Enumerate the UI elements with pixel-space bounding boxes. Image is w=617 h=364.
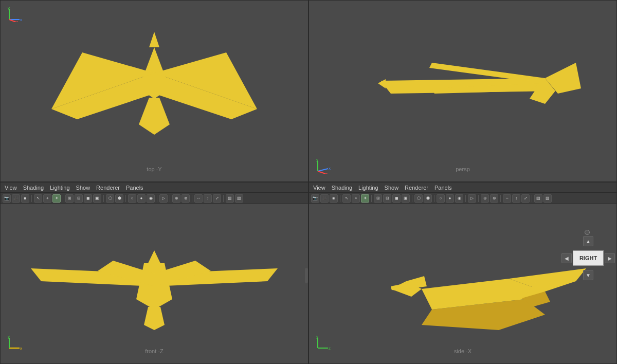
tb2-poly2[interactable]: ⬢ [424, 194, 432, 203]
menu-shading-br[interactable]: Shading [332, 185, 352, 191]
viewport-canvas-side[interactable]: z y side -X ▲ [309, 204, 616, 363]
viewport-top-left[interactable]: x y z top -Y [0, 0, 308, 182]
tb-xform3[interactable]: ⤢ [213, 194, 221, 203]
tb2-snap2[interactable]: ⊗ [490, 194, 498, 203]
scrollbar-handle[interactable] [305, 268, 308, 283]
nav-right-arrow[interactable]: ▶ [605, 253, 615, 263]
tb2-xform3[interactable]: ⤢ [521, 194, 530, 203]
tb2-iso2[interactable]: ▨ [543, 194, 552, 203]
svg-marker-43 [406, 276, 427, 289]
tb-move[interactable]: ✦ [52, 194, 61, 203]
tb-poly[interactable]: ⬡ [106, 194, 114, 203]
axis-side: z y [315, 335, 333, 353]
tb2-tex[interactable]: ▣ [402, 194, 410, 203]
tb-iso2[interactable]: ▨ [235, 194, 243, 203]
tb2-light1[interactable]: ○ [437, 194, 445, 203]
nav-left-arrow[interactable]: ◀ [561, 253, 572, 263]
tb-light2[interactable]: ● [137, 194, 146, 203]
svg-text:y: y [316, 158, 318, 162]
nav-up-arrow[interactable]: ▲ [583, 236, 593, 246]
svg-text:z: z [325, 172, 328, 174]
nav-cube[interactable]: ▲ ◀ RIGHT ▶ ▼ [565, 230, 611, 292]
menu-bar-bottom-right: View Shading Lighting Show Renderer Pane… [309, 183, 616, 193]
tb2-grid[interactable]: ⊞ [374, 194, 382, 203]
svg-text:y: y [316, 335, 318, 339]
tb-lasso[interactable]: ⌖ [43, 194, 51, 203]
tb-snap[interactable]: ⊕ [172, 194, 180, 203]
nav-cube-label[interactable]: RIGHT [573, 250, 604, 266]
bird-top-view [36, 22, 273, 160]
viewport-bottom-right[interactable]: View Shading Lighting Show Renderer Pane… [308, 182, 617, 364]
menu-panels-br[interactable]: Panels [434, 185, 452, 191]
svg-line-21 [318, 171, 325, 174]
tb2-xform1[interactable]: ↔ [503, 194, 511, 203]
svg-text:y: y [8, 335, 10, 339]
tb2-lasso[interactable]: ⌖ [352, 194, 360, 203]
tb2-light2[interactable]: ● [446, 194, 454, 203]
tb-cam2[interactable]: 🎥 [12, 194, 20, 203]
tb-xform2[interactable]: ↕ [204, 194, 212, 203]
menu-show-br[interactable]: Show [385, 185, 399, 191]
tb2-cam2[interactable]: 🎥 [320, 194, 329, 203]
nav-cube-container: ▲ ◀ RIGHT ▶ ▼ [565, 230, 611, 280]
svg-marker-31 [144, 307, 165, 330]
menu-show-bl[interactable]: Show [76, 185, 90, 191]
axis-top-left: x y z [7, 7, 22, 22]
nav-down-arrow[interactable]: ▼ [583, 270, 593, 280]
tb-snap2[interactable]: ⊗ [182, 194, 190, 203]
viewport-top-right-label: persp [456, 166, 470, 172]
menu-view-br[interactable]: View [313, 185, 325, 191]
axis-persp: x y z [315, 158, 331, 174]
tb-xform1[interactable]: ↔ [194, 194, 203, 203]
viewport-top-left-label: top -Y [147, 166, 161, 172]
tb2-light3[interactable]: ◉ [455, 194, 463, 203]
tb-iso1[interactable]: ▧ [226, 194, 234, 203]
tb2-render1[interactable]: ▷ [468, 194, 476, 203]
menu-panels-bl[interactable]: Panels [126, 185, 143, 191]
tb-light3[interactable]: ◉ [147, 194, 155, 203]
menu-shading-bl[interactable]: Shading [23, 185, 44, 191]
tb2-select[interactable]: ↖ [342, 194, 351, 203]
tb2-wire[interactable]: ⊟ [383, 194, 391, 203]
tb2-iso1[interactable]: ▧ [534, 194, 542, 203]
tb-render1[interactable]: ▷ [159, 194, 168, 203]
svg-marker-6 [149, 32, 159, 47]
tb2-move[interactable]: ✦ [361, 194, 369, 203]
svg-line-19 [318, 169, 328, 171]
menu-view-bl[interactable]: View [5, 185, 17, 191]
tb2-solid[interactable]: ◼ [392, 194, 401, 203]
tb2-cam3[interactable]: ■ [330, 194, 338, 203]
viewport-bottom-left[interactable]: View Shading Lighting Show Renderer Pane… [0, 182, 308, 364]
axis-front: x y [7, 335, 25, 353]
tb-wire[interactable]: ⊟ [75, 194, 83, 203]
viewport-top-right[interactable]: x y z persp [308, 0, 617, 182]
tb2-xform2[interactable]: ↕ [512, 194, 520, 203]
menu-renderer-br[interactable]: Renderer [405, 185, 428, 191]
tb-light1[interactable]: ○ [128, 194, 136, 203]
tb-solid[interactable]: ◼ [84, 194, 92, 203]
tb-poly2[interactable]: ⬢ [115, 194, 123, 203]
tb-camera[interactable]: 📷 [3, 194, 11, 203]
tb-select[interactable]: ↖ [34, 194, 42, 203]
menu-lighting-br[interactable]: Lighting [358, 185, 378, 191]
svg-marker-5 [139, 98, 170, 135]
svg-marker-28 [148, 250, 160, 263]
bird-persp-view [329, 22, 596, 160]
viewport-canvas-front[interactable]: x y front -Z [1, 204, 308, 363]
tb2-snap[interactable]: ⊕ [481, 194, 489, 203]
tb-tex[interactable]: ▣ [93, 194, 101, 203]
tb2-poly[interactable]: ⬡ [414, 194, 423, 203]
bird-front-view [21, 207, 288, 361]
svg-marker-15 [429, 63, 545, 81]
svg-text:x: x [20, 17, 22, 22]
tb2-camera[interactable]: 📷 [311, 194, 319, 203]
toolbar-bottom-right: 📷 🎥 ■ ↖ ⌖ ✦ ⊞ ⊟ ◼ ▣ ⬡ ⬢ ○ ● ◉ ▷ [309, 193, 616, 204]
tb-cam3[interactable]: ■ [21, 194, 29, 203]
menu-renderer-bl[interactable]: Renderer [96, 185, 120, 191]
svg-text:z: z [329, 346, 331, 351]
svg-text:x: x [329, 166, 331, 171]
tb-grid[interactable]: ⊞ [65, 194, 74, 203]
bird-side-view [329, 207, 596, 361]
menu-lighting-bl[interactable]: Lighting [50, 185, 70, 191]
svg-marker-18 [530, 91, 555, 104]
